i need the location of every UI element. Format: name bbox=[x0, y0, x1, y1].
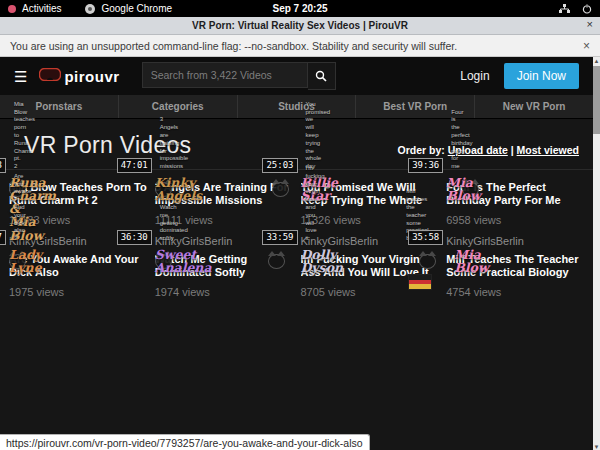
video-views: 1974 views bbox=[155, 286, 297, 298]
chrome-infobar: You are using an unsupported command-lin… bbox=[0, 35, 600, 57]
page-scrollbar[interactable]: ▲ ▼ bbox=[593, 57, 600, 450]
order-most-viewed-link[interactable]: Most viewed bbox=[517, 144, 579, 156]
video-card[interactable]: Lady Lyne Are you awake ? And your dick … bbox=[9, 248, 151, 320]
screen: Activities Google Chrome Sep 7 20:25 VR … bbox=[0, 0, 600, 450]
video-views: 4754 views bbox=[446, 286, 588, 298]
search-button[interactable] bbox=[308, 62, 336, 90]
status-url-text: https://pirouvr.com/vr-porn-video/779325… bbox=[6, 437, 363, 449]
studio-link[interactable] bbox=[9, 307, 151, 320]
infobar-message: You are using an unsupported command-lin… bbox=[10, 40, 457, 52]
video-views: 1975 views bbox=[9, 286, 151, 298]
order-by-controls: Order by: Upload date | Most viewed bbox=[397, 144, 579, 159]
menu-item-new-vr-porn[interactable]: New VR Porn bbox=[475, 95, 593, 118]
system-top-bar: Activities Google Chrome Sep 7 20:25 bbox=[0, 0, 600, 17]
search-input[interactable] bbox=[142, 62, 308, 88]
window-close-icon[interactable]: × bbox=[587, 18, 593, 30]
order-separator: | bbox=[511, 144, 514, 156]
video-views: 6958 views bbox=[446, 214, 588, 226]
scrollbar-thumb[interactable] bbox=[593, 66, 600, 134]
window-title: VR Porn: Virtual Reality Sex Videos | Pi… bbox=[192, 20, 408, 31]
join-now-button[interactable]: Join Now bbox=[504, 63, 579, 89]
site-logo[interactable]: pirouvr bbox=[39, 67, 119, 85]
power-icon[interactable] bbox=[582, 4, 592, 14]
search-icon bbox=[315, 70, 327, 82]
vr-goggles-icon bbox=[39, 67, 61, 85]
video-grid: Runa Charm & Mia Blow Mia Blow teaches p… bbox=[0, 170, 593, 320]
order-by-label: Order by: bbox=[397, 144, 444, 156]
menu-item-studios[interactable]: Studios bbox=[238, 95, 357, 118]
window-title-bar: VR Porn: Virtual Reality Sex Videos | Pi… bbox=[0, 17, 600, 35]
network-icon[interactable] bbox=[559, 4, 570, 14]
studio-link[interactable] bbox=[446, 307, 588, 320]
site-navbar: ☰ pirouvr Login Join Now bbox=[0, 57, 593, 95]
video-card[interactable]: Mia Blow Milf teaches the teacher some p… bbox=[446, 248, 588, 320]
video-card[interactable]: Mia Blow Four is the perfect birthday pa… bbox=[446, 176, 588, 248]
studio-link[interactable] bbox=[301, 307, 443, 320]
site-logo-text: pirouvr bbox=[64, 68, 119, 85]
infobar-close-icon[interactable]: × bbox=[583, 39, 590, 53]
clock[interactable]: Sep 7 20:25 bbox=[0, 3, 600, 14]
studio-link[interactable] bbox=[155, 307, 297, 320]
menu-item-categories[interactable]: Categories bbox=[119, 95, 238, 118]
browser-viewport: ☰ pirouvr Login Join Now Po bbox=[0, 57, 600, 450]
login-link[interactable]: Login bbox=[460, 69, 489, 83]
site-menu-bar: Pornstars Categories Studios Best VR Por… bbox=[0, 95, 593, 119]
status-url-bubble: https://pirouvr.com/vr-porn-video/779325… bbox=[0, 434, 370, 450]
scroll-down-icon[interactable]: ▼ bbox=[593, 443, 600, 450]
hamburger-menu-icon[interactable]: ☰ bbox=[14, 69, 27, 84]
scroll-up-icon[interactable]: ▲ bbox=[593, 57, 600, 65]
